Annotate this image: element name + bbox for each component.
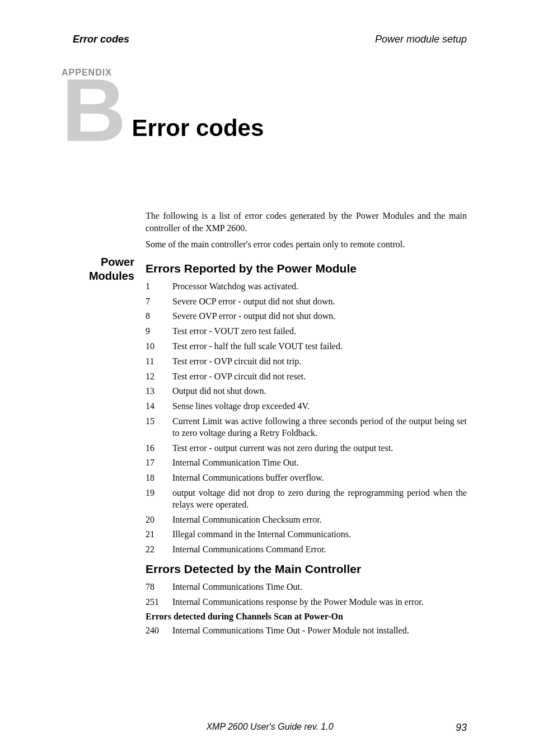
- error-row: 20Internal Communication Checksum error.: [146, 514, 467, 526]
- error-code: 7: [146, 296, 172, 308]
- page-header: Error codes Power module setup: [73, 34, 467, 45]
- header-right-text: Power module setup: [375, 34, 467, 45]
- error-code: 13: [146, 386, 172, 397]
- chapter-title-row: B Error codes: [73, 72, 467, 148]
- error-row: 14Sense lines voltage drop exceeded 4V.: [146, 401, 467, 412]
- left-margin: [73, 210, 146, 255]
- error-description: Processor Watchdog was activated.: [172, 281, 467, 293]
- error-code: 16: [146, 443, 172, 454]
- error-row: 1Processor Watchdog was activated.: [146, 281, 467, 293]
- error-description: Internal Communications Time Out - Power…: [172, 625, 467, 637]
- footer-center-text: XMP 2600 User's Guide rev. 1.0: [206, 722, 333, 732]
- error-code: 8: [146, 311, 172, 322]
- error-description: Test error - OVP circuit did not reset.: [172, 371, 467, 383]
- error-description: Test error - OVP circuit did not trip.: [172, 356, 467, 368]
- error-code: 11: [146, 356, 172, 368]
- error-description: Internal Communications buffer overflow.: [172, 472, 467, 484]
- error-description: Test error - VOUT zero test failed.: [172, 326, 467, 337]
- error-description: output voltage did not drop to zero duri…: [172, 487, 467, 511]
- error-description: Internal Communications Command Error.: [172, 544, 467, 556]
- chapter-title: Error codes: [132, 115, 264, 142]
- page-footer: XMP 2600 User's Guide rev. 1.0 93: [73, 722, 467, 734]
- header-left-text: Error codes: [73, 34, 129, 45]
- error-row: 9Test error - VOUT zero test failed.: [146, 326, 467, 337]
- error-row: 21Illegal command in the Internal Commun…: [146, 529, 467, 541]
- error-code: 240: [146, 625, 172, 637]
- side-heading: Power Modules: [73, 255, 134, 283]
- error-description: Test error - output current was not zero…: [172, 443, 467, 454]
- error-row: 17Internal Communication Time Out.: [146, 457, 467, 469]
- main-content: The following is a list of error codes g…: [146, 210, 467, 255]
- intro-paragraph-1: The following is a list of error codes g…: [146, 210, 467, 234]
- error-row: 7Severe OCP error - output did not shut …: [146, 296, 467, 308]
- page-number: 93: [456, 722, 467, 734]
- error-code: 9: [146, 326, 172, 337]
- error-description: Severe OVP error - output did not shut d…: [172, 311, 467, 322]
- error-description: Output did not shut down.: [172, 386, 467, 397]
- section1-heading: Errors Reported by the Power Module: [146, 262, 467, 275]
- error-row: 12Test error - OVP circuit did not reset…: [146, 371, 467, 383]
- section2-error-list: 78Internal Communications Time Out.251In…: [146, 581, 467, 608]
- error-description: Test error - half the full scale VOUT te…: [172, 341, 467, 353]
- error-code: 20: [146, 514, 172, 526]
- error-row: 15Current Limit was active following a t…: [146, 416, 467, 439]
- error-code: 10: [146, 341, 172, 353]
- error-row: 11Test error - OVP circuit did not trip.: [146, 356, 467, 368]
- error-description: Internal Communication Checksum error.: [172, 514, 467, 526]
- error-description: Internal Communication Time Out.: [172, 457, 467, 469]
- section2-subheading: Errors detected during Channels Scan at …: [146, 612, 467, 622]
- error-row: 78Internal Communications Time Out.: [146, 581, 467, 593]
- appendix-letter: B: [62, 72, 127, 148]
- error-description: Illegal command in the Internal Communic…: [172, 529, 467, 541]
- section2-sub-error-list: 240Internal Communications Time Out - Po…: [146, 625, 467, 637]
- error-row: 240Internal Communications Time Out - Po…: [146, 625, 467, 637]
- error-code: 17: [146, 457, 172, 469]
- content-wrapper: The following is a list of error codes g…: [73, 210, 467, 255]
- error-description: Sense lines voltage drop exceeded 4V.: [172, 401, 467, 412]
- content-section-1: Power Modules Errors Reported by the Pow…: [73, 255, 467, 640]
- error-code: 15: [146, 416, 172, 428]
- error-code: 22: [146, 544, 172, 556]
- error-description: Internal Communications Time Out.: [172, 581, 467, 593]
- error-description: Internal Communications response by the …: [172, 597, 467, 608]
- error-code: 251: [146, 597, 172, 608]
- error-row: 22Internal Communications Command Error.: [146, 544, 467, 556]
- intro-paragraph-2: Some of the main controller's error code…: [146, 238, 467, 251]
- error-code: 12: [146, 371, 172, 383]
- error-code: 1: [146, 281, 172, 293]
- error-row: 8Severe OVP error - output did not shut …: [146, 311, 467, 322]
- error-description: Severe OCP error - output did not shut d…: [172, 296, 467, 308]
- error-code: 78: [146, 581, 172, 593]
- error-description: Current Limit was active following a thr…: [172, 416, 467, 439]
- error-row: 251Internal Communications response by t…: [146, 597, 467, 608]
- error-row: 19output voltage did not drop to zero du…: [146, 487, 467, 511]
- error-code: 21: [146, 529, 172, 541]
- error-row: 18Internal Communications buffer overflo…: [146, 472, 467, 484]
- error-row: 13Output did not shut down.: [146, 386, 467, 397]
- side-heading-container: Power Modules: [73, 255, 146, 640]
- error-code: 14: [146, 401, 172, 412]
- section1-error-list: 1Processor Watchdog was activated.7Sever…: [146, 281, 467, 556]
- error-row: 16Test error - output current was not ze…: [146, 443, 467, 454]
- error-row: 10Test error - half the full scale VOUT …: [146, 341, 467, 353]
- error-code: 19: [146, 487, 172, 499]
- error-code: 18: [146, 472, 172, 484]
- section2-heading: Errors Detected by the Main Controller: [146, 562, 467, 576]
- section1-content: Errors Reported by the Power Module 1Pro…: [146, 255, 467, 640]
